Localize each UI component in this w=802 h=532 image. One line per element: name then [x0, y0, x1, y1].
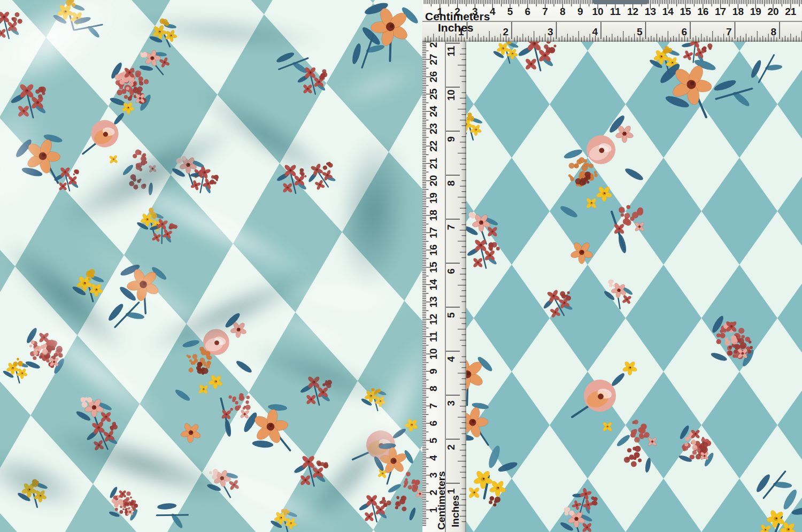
svg-text:11: 11: [428, 331, 439, 342]
svg-text:13: 13: [645, 6, 656, 17]
svg-text:11: 11: [445, 45, 457, 57]
vertical-cm-unit-label: Centimeters: [436, 471, 447, 530]
svg-text:5: 5: [507, 6, 513, 17]
svg-text:7: 7: [428, 403, 439, 409]
ruler-gap-shadow: [592, 0, 649, 4]
svg-text:21: 21: [428, 158, 439, 169]
svg-text:7: 7: [445, 225, 457, 230]
svg-text:19: 19: [428, 192, 439, 204]
svg-text:17: 17: [428, 227, 439, 238]
svg-text:6: 6: [681, 26, 687, 37]
svg-text:4: 4: [490, 6, 496, 17]
draped-fabric-photo: [0, 0, 422, 532]
fabric-product-photo: 1234567891011121314151617181920211234567…: [0, 0, 802, 532]
svg-text:4: 4: [445, 356, 457, 362]
svg-text:20: 20: [767, 6, 778, 17]
vertical-ruler-ticks: 1234567891011121314151617181920212223242…: [422, 42, 466, 532]
svg-text:18: 18: [732, 6, 744, 17]
vertical-inches-unit-label: Inches: [450, 495, 461, 527]
svg-text:15: 15: [680, 6, 691, 17]
svg-text:5: 5: [445, 312, 457, 318]
svg-text:3: 3: [445, 400, 457, 406]
svg-text:14: 14: [428, 279, 439, 290]
svg-text:4: 4: [592, 26, 598, 37]
svg-text:11: 11: [610, 6, 621, 17]
horizontal-inches-unit-label: Inches: [438, 21, 474, 34]
svg-text:9: 9: [445, 136, 457, 142]
svg-text:10: 10: [428, 348, 439, 359]
svg-text:16: 16: [428, 244, 439, 256]
svg-text:12: 12: [627, 6, 638, 17]
flat-fabric-pattern: [466, 42, 802, 532]
svg-text:12: 12: [428, 314, 439, 325]
svg-text:3: 3: [547, 26, 553, 37]
svg-text:20: 20: [428, 175, 439, 186]
svg-text:7: 7: [726, 26, 732, 37]
svg-text:17: 17: [715, 6, 726, 17]
svg-text:8: 8: [560, 6, 566, 17]
svg-text:6: 6: [428, 420, 439, 426]
svg-text:18: 18: [428, 210, 439, 221]
svg-text:24: 24: [428, 105, 439, 117]
svg-text:9: 9: [428, 368, 439, 374]
svg-text:8: 8: [770, 26, 776, 37]
svg-text:6: 6: [445, 268, 457, 274]
svg-text:5: 5: [637, 26, 643, 37]
svg-text:6: 6: [525, 6, 531, 17]
svg-text:8: 8: [445, 180, 457, 186]
vertical-ruler: 1234567891011121314151617181920212223242…: [422, 42, 466, 532]
svg-text:7: 7: [542, 6, 548, 17]
svg-text:9: 9: [577, 6, 583, 17]
svg-text:2: 2: [445, 444, 457, 450]
horizontal-ruler: 1234567891011121314151617181920211234567…: [422, 0, 802, 42]
svg-text:22: 22: [428, 141, 439, 152]
svg-text:4: 4: [428, 455, 439, 461]
svg-text:19: 19: [750, 6, 761, 17]
svg-text:2: 2: [503, 26, 508, 37]
svg-text:5: 5: [428, 437, 439, 443]
draped-fabric-pattern: [0, 0, 422, 532]
svg-text:21: 21: [785, 6, 797, 17]
svg-text:23: 23: [428, 123, 439, 134]
svg-text:28: 28: [428, 42, 439, 48]
svg-text:16: 16: [697, 6, 708, 17]
svg-text:10: 10: [592, 6, 603, 17]
svg-text:15: 15: [428, 261, 439, 273]
svg-text:10: 10: [445, 89, 457, 101]
svg-text:25: 25: [428, 88, 439, 100]
svg-text:26: 26: [428, 71, 439, 82]
svg-text:27: 27: [428, 54, 439, 65]
svg-text:14: 14: [662, 6, 674, 17]
svg-text:8: 8: [428, 386, 439, 392]
svg-text:1: 1: [445, 488, 457, 494]
flat-fabric-swatch: [466, 42, 802, 532]
svg-text:13: 13: [428, 296, 439, 307]
